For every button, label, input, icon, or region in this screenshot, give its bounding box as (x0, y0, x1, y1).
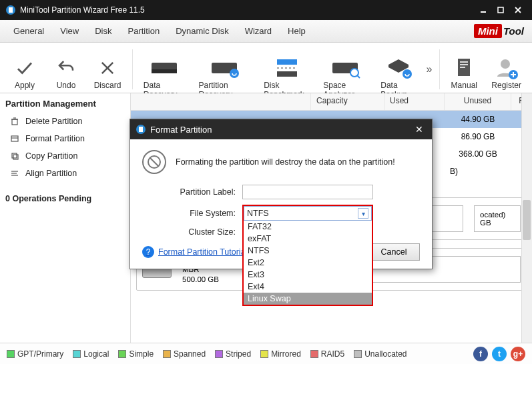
data-backup-button[interactable]: Data Backup (374, 46, 423, 93)
app-icon (5, 5, 16, 15)
cancel-button[interactable]: Cancel (368, 243, 420, 261)
minimize-button[interactable] (475, 3, 492, 17)
legend-unallocated: Unallocated (354, 349, 407, 359)
menu-dynamic-disk[interactable]: Dynamic Disk (168, 23, 236, 39)
close-button[interactable] (509, 3, 527, 17)
svg-rect-3 (498, 7, 503, 13)
col-unused[interactable]: Unused (445, 93, 511, 110)
titlebar: MiniTool Partition Wizard Free 11.5 (0, 0, 532, 20)
apply-button[interactable]: Apply (4, 46, 45, 93)
document-icon (450, 55, 478, 81)
menu-wizard[interactable]: Wizard (237, 23, 280, 39)
menu-help[interactable]: Help (280, 23, 314, 39)
discard-button[interactable]: Discard (87, 46, 128, 93)
maximize-button[interactable] (492, 3, 509, 17)
dialog-close-button[interactable]: ✕ (412, 124, 427, 135)
partition-recovery-button[interactable]: Partition Recovery (192, 46, 258, 93)
warning-text: Formating the partition will destroy the… (176, 157, 395, 167)
app-window: MiniTool Partition Wizard Free 11.5 Gene… (0, 0, 532, 396)
partition-list-header: Capacity Used Unused F (131, 93, 532, 111)
legend-simple: Simple (118, 349, 154, 359)
allocation-segment[interactable]: ocated)GB (474, 205, 521, 232)
col-capacity[interactable]: Capacity (311, 93, 384, 110)
cluster-size-label: Cluster Size: (142, 227, 242, 237)
svg-rect-38 (139, 127, 143, 132)
status-bar: GPT/Primary Logical Simple Spanned Strip… (0, 343, 532, 364)
svg-rect-32 (12, 153, 17, 158)
twitter-icon[interactable]: t (492, 347, 507, 361)
space-analyzer-button[interactable]: Space Analyzer (316, 46, 374, 93)
svg-rect-33 (13, 155, 18, 159)
menubar: General View Disk Partition Dynamic Disk… (0, 20, 532, 43)
fs-option-linux-swap[interactable]: Linux Swap (244, 293, 372, 305)
toolbar-overflow[interactable]: » (424, 63, 435, 75)
align-icon (9, 168, 20, 179)
svg-rect-22 (460, 67, 465, 68)
fs-option-ntfs[interactable]: NTFS (244, 245, 372, 257)
svg-rect-1 (9, 7, 13, 13)
trash-icon (9, 116, 20, 127)
fs-option-ext3[interactable]: Ext3 (244, 269, 372, 281)
check-icon (11, 55, 39, 81)
legend-gpt-primary: GPT/Primary (7, 349, 63, 359)
window-title: MiniTool Partition Wizard Free 11.5 (20, 5, 145, 15)
partition-label-label: Partition Label: (142, 187, 242, 197)
menu-general[interactable]: General (5, 23, 52, 39)
svg-rect-9 (152, 69, 177, 73)
format-partition-dialog: Format Partition ✕ Formating the partiti… (129, 119, 433, 269)
sidebar-delete-partition[interactable]: Delete Partition (5, 113, 125, 130)
fs-option-ext4[interactable]: Ext4 (244, 281, 372, 293)
gplus-icon[interactable]: g+ (511, 347, 525, 361)
sidebar-align-partition[interactable]: Align Partition (5, 165, 125, 182)
legend-raid5: RAID5 (310, 349, 344, 359)
warning-icon (142, 150, 166, 174)
svg-rect-20 (460, 61, 468, 63)
file-system-select[interactable]: NTFS ▾ (244, 206, 372, 221)
user-add-icon (493, 55, 521, 81)
facebook-icon[interactable]: f (473, 347, 488, 361)
operations-pending: 0 Operations Pending (5, 194, 125, 203)
menu-view[interactable]: View (52, 23, 87, 39)
undo-button[interactable]: Undo (45, 46, 87, 93)
help-icon: ? (142, 246, 154, 258)
data-recovery-button[interactable]: Data Recovery (137, 46, 192, 93)
svg-line-17 (357, 75, 360, 78)
chevron-down-icon: ▾ (358, 208, 368, 219)
tutorial-link[interactable]: ?Format Partition Tutoria (142, 246, 246, 258)
drive-search-icon (327, 55, 363, 81)
legend-logical: Logical (73, 349, 109, 359)
brand-logo: MiniTool (474, 25, 524, 37)
disk-benchmark-button[interactable]: Disk Benchmark (257, 46, 316, 93)
legend-mirrored: Mirrored (260, 349, 301, 359)
fs-option-exfat[interactable]: exFAT (244, 233, 372, 245)
sidebar: Partition Management Delete Partition Fo… (0, 93, 131, 343)
file-system-label: File System: (142, 209, 242, 218)
toolbar: Apply Undo Discard Data Recovery Partiti… (0, 43, 532, 93)
format-icon (9, 133, 20, 144)
copy-icon (9, 151, 20, 161)
dialog-icon (136, 124, 146, 135)
scrollbar-track[interactable] (521, 93, 532, 343)
drive-refresh-icon (206, 55, 242, 81)
menu-partition[interactable]: Partition (119, 23, 168, 39)
scrollbar-thumb[interactable] (523, 200, 531, 240)
fs-option-fat32[interactable]: FAT32 (244, 221, 372, 233)
fs-option-ext2[interactable]: Ext2 (244, 257, 372, 269)
backup-icon (380, 55, 417, 81)
dialog-titlebar: Format Partition ✕ (130, 119, 432, 139)
svg-rect-27 (12, 119, 17, 125)
sidebar-format-partition[interactable]: Format Partition (5, 130, 125, 147)
svg-line-40 (150, 158, 158, 166)
x-icon (93, 55, 121, 81)
menu-disk[interactable]: Disk (87, 23, 119, 39)
legend-striped: Striped (215, 349, 251, 359)
register-button[interactable]: Register (485, 46, 528, 93)
svg-point-11 (230, 69, 239, 78)
sidebar-copy-partition[interactable]: Copy Partition (5, 147, 125, 165)
undo-icon (52, 55, 80, 81)
partition-label-input[interactable] (242, 185, 373, 199)
svg-rect-21 (460, 64, 468, 65)
manual-button[interactable]: Manual (443, 46, 485, 93)
sidebar-heading: Partition Management (5, 99, 125, 109)
col-used[interactable]: Used (384, 93, 445, 110)
